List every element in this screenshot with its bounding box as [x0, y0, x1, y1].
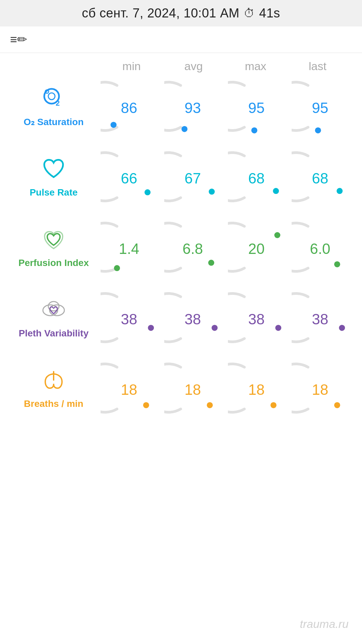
svg-point-11	[337, 188, 343, 194]
col-min: min	[101, 60, 163, 73]
breaths-last-gauge: 18	[292, 360, 349, 417]
o2-last-cell: 95	[288, 76, 352, 137]
o2-name: O₂ Saturation	[23, 116, 83, 128]
pleth-max-gauge: 38	[228, 289, 285, 346]
perfusion-min-cell: 1.4	[97, 217, 161, 277]
pulse-min-value: 66	[121, 170, 137, 187]
svg-point-23	[143, 402, 149, 408]
status-bar: сб сент. 7, 2024, 10:01 AM ⏱ 41s	[0, 0, 362, 26]
breaths-last-cell: 18	[288, 358, 352, 418]
perfusion-min-value: 1.4	[119, 240, 139, 257]
breaths-avg-value: 18	[185, 381, 201, 398]
pulse-max-cell: 68	[225, 147, 288, 207]
pleth-last-value: 38	[312, 311, 328, 328]
svg-point-15	[334, 261, 340, 267]
pulse-avg-cell: 67	[161, 147, 225, 207]
pulse-max-gauge: 68	[228, 148, 285, 205]
o2-avg-value: 93	[185, 100, 201, 116]
col-last: last	[287, 60, 349, 73]
svg-point-4	[111, 122, 117, 128]
pleth-min-gauge: 38	[101, 289, 158, 346]
pulse-min-gauge: 66	[101, 148, 158, 205]
breaths-min-value: 18	[121, 381, 137, 398]
o2-max-value: 95	[248, 100, 265, 116]
pulse-avg-value: 67	[185, 170, 201, 187]
main-content: min avg max last 2 O₂ Saturation86939595…	[0, 53, 362, 448]
metric-row-pulse: Pulse Rate66676868	[10, 147, 352, 207]
perfusion-max-value: 20	[248, 240, 265, 257]
menu-edit-icon[interactable]: ≡✏	[10, 33, 27, 47]
metrics-container: 2 O₂ Saturation86939595 Pulse Rate666768…	[10, 76, 352, 418]
clock-icon: ⏱	[244, 7, 255, 20]
perfusion-avg-value: 6.8	[182, 240, 203, 257]
o2-last-value: 95	[312, 100, 328, 116]
toolbar: ≡✏	[0, 26, 362, 53]
svg-point-22	[339, 325, 345, 331]
breaths-name: Breaths / min	[24, 398, 83, 410]
pulse-avg-gauge: 67	[164, 148, 221, 205]
o2-avg-gauge: 93	[164, 78, 221, 135]
metric-row-o2: 2 O₂ Saturation86939595	[10, 76, 352, 137]
pulse-min-cell: 66	[97, 147, 161, 207]
metric-label-breaths: Breaths / min	[10, 363, 97, 413]
breaths-max-value: 18	[248, 381, 265, 398]
svg-point-9	[209, 189, 215, 195]
svg-point-8	[144, 189, 150, 195]
pleth-max-cell: 38	[225, 287, 288, 348]
metric-label-o2: 2 O₂ Saturation	[10, 82, 97, 131]
metric-row-perfusion: Perfusion Index1.46.8206.0	[10, 217, 352, 277]
o2-max-cell: 95	[225, 76, 288, 137]
breaths-avg-cell: 18	[161, 358, 225, 418]
svg-point-13	[208, 260, 214, 266]
perfusion-icon	[39, 226, 69, 254]
pleth-min-cell: 38	[97, 287, 161, 348]
svg-point-1	[48, 93, 55, 100]
o2-min-value: 86	[121, 100, 137, 116]
metric-label-pulse: Pulse Rate	[10, 152, 97, 202]
pulse-last-value: 68	[312, 170, 328, 187]
metric-row-pleth: Pleth Variability38383838	[10, 287, 352, 348]
breaths-icon	[39, 367, 69, 395]
o2-min-cell: 86	[97, 76, 161, 137]
perfusion-last-gauge: 6.0	[292, 219, 349, 276]
pleth-last-cell: 38	[288, 287, 352, 348]
o2-last-gauge: 95	[292, 78, 349, 135]
perfusion-avg-gauge: 6.8	[164, 219, 221, 276]
pleth-name: Pleth Variability	[19, 328, 89, 339]
breaths-avg-gauge: 18	[164, 360, 221, 417]
pleth-min-value: 38	[121, 311, 137, 328]
perfusion-min-gauge: 1.4	[101, 219, 158, 276]
perfusion-last-cell: 6.0	[288, 217, 352, 277]
svg-point-20	[212, 325, 218, 331]
svg-point-21	[275, 325, 281, 331]
svg-point-5	[181, 126, 187, 132]
breaths-min-gauge: 18	[101, 360, 158, 417]
column-headers: min avg max last	[10, 60, 352, 73]
col-avg: avg	[163, 60, 225, 73]
pleth-avg-gauge: 38	[164, 289, 221, 346]
breaths-last-value: 18	[312, 381, 328, 398]
svg-point-7	[315, 127, 321, 133]
pulse-icon	[40, 155, 67, 183]
pulse-name: Pulse Rate	[29, 187, 77, 198]
breaths-max-gauge: 18	[228, 360, 285, 417]
svg-text:2: 2	[56, 99, 60, 107]
svg-point-26	[334, 402, 340, 408]
svg-point-24	[207, 402, 213, 408]
pulse-last-gauge: 68	[292, 148, 349, 205]
pleth-last-gauge: 38	[292, 289, 349, 346]
watermark: trauma.ru	[300, 618, 349, 631]
pulse-last-cell: 68	[288, 147, 352, 207]
perfusion-max-cell: 20	[225, 217, 288, 277]
seconds-text: 41s	[259, 6, 280, 20]
perfusion-last-value: 6.0	[310, 240, 330, 257]
pleth-icon	[39, 296, 69, 324]
metric-label-perfusion: Perfusion Index	[10, 222, 97, 272]
svg-point-10	[273, 188, 279, 194]
breaths-max-cell: 18	[225, 358, 288, 418]
pleth-avg-value: 38	[185, 311, 201, 328]
datetime-text: сб сент. 7, 2024, 10:01 AM	[82, 6, 239, 20]
svg-point-19	[148, 325, 154, 331]
svg-point-6	[251, 127, 257, 133]
perfusion-name: Perfusion Index	[18, 257, 89, 269]
